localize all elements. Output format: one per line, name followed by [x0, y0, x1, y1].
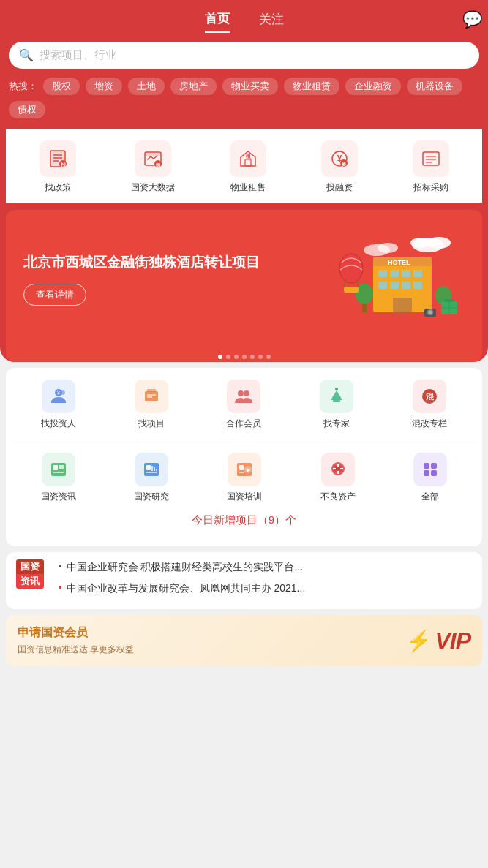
policy-icon: 找: [40, 140, 76, 177]
research-label: 国资研究: [134, 491, 169, 503]
svg-rect-29: [378, 270, 387, 277]
svg-rect-68: [53, 465, 58, 470]
hot-tag-realestate[interactable]: 房地产: [170, 78, 217, 95]
sec-item-expert[interactable]: 找专家: [320, 380, 353, 430]
banner-title: 北京市西城区金融街独栋酒店转让项目: [23, 253, 333, 273]
property-icon: 租: [230, 140, 266, 177]
svg-rect-88: [424, 470, 429, 476]
tab-home[interactable]: 首页: [205, 10, 230, 33]
hot-tag-property-sale[interactable]: 物业买卖: [222, 78, 278, 95]
tab-follow[interactable]: 关注: [259, 11, 284, 32]
svg-rect-31: [402, 270, 410, 277]
quick-item-property[interactable]: 租 物业租售: [230, 140, 266, 194]
research-icon: [135, 453, 168, 486]
svg-rect-89: [431, 470, 437, 476]
svg-point-62: [244, 390, 249, 396]
sec-item-project[interactable]: 找项目: [135, 380, 168, 430]
all-icon: [413, 453, 447, 486]
svg-point-23: [410, 238, 431, 248]
hot-tag-land[interactable]: 土地: [128, 78, 165, 95]
hot-tag-machine[interactable]: 机器设备: [407, 78, 462, 95]
banner: 北京市西城区金融街独栋酒店转让项目 查看详情: [12, 217, 476, 341]
secondary-menus: ¥ 找投资人 找项目: [6, 368, 482, 546]
quick-menu: 找 找政策 国 国资大数据: [6, 129, 482, 203]
all-label: 全部: [421, 491, 439, 503]
dot-3: [234, 355, 239, 359]
svg-text:¥: ¥: [57, 390, 60, 396]
search-bar[interactable]: 🔍 搜索项目、行业: [9, 42, 479, 69]
vip-text-label: VIP: [435, 627, 470, 654]
quick-item-guozi-data[interactable]: 国 国资大数据: [131, 140, 175, 194]
third-item-research[interactable]: 国资研究: [134, 453, 169, 503]
svg-point-39: [356, 284, 373, 304]
dot-7: [266, 355, 271, 359]
expert-label: 找专家: [323, 418, 350, 430]
hot-tag-property-rent[interactable]: 物业租赁: [284, 78, 339, 95]
svg-rect-34: [390, 282, 399, 289]
news-label: 国资资讯: [41, 491, 76, 503]
invest-label: 投融资: [326, 181, 353, 194]
third-item-all[interactable]: 全部: [413, 453, 447, 503]
svg-point-55: [61, 390, 65, 395]
quick-item-invest[interactable]: ¥ 资 投融资: [321, 140, 358, 194]
svg-rect-32: [413, 270, 422, 277]
svg-text:租: 租: [244, 154, 251, 159]
sec-item-member[interactable]: 合作会员: [226, 380, 261, 430]
quick-item-bid[interactable]: 招标采购: [413, 140, 449, 194]
third-item-news[interactable]: 国资资讯: [41, 453, 76, 503]
banner-text: 北京市西城区金融街独栋酒店转让项目 查看详情: [23, 253, 333, 306]
svg-point-61: [238, 390, 244, 396]
member-label: 合作会员: [226, 418, 261, 430]
sec-item-investor[interactable]: ¥ 找投资人: [41, 380, 76, 430]
training-icon: [228, 453, 261, 486]
investor-icon: ¥: [42, 380, 75, 413]
news-section: 国资 资讯 • 中国企业研究会 积极搭建财经类高校生的实践平台... • 中国企…: [6, 552, 482, 609]
hot-label: 热搜：: [9, 80, 37, 93]
member-icon: [227, 380, 260, 413]
hot-tag-enterprise[interactable]: 企业融资: [345, 78, 401, 95]
third-item-bad-asset[interactable]: 不良资产: [320, 453, 356, 503]
svg-text:混: 混: [426, 392, 435, 401]
header-tabs: 首页 关注 💬: [6, 10, 482, 33]
dot-2: [226, 355, 230, 359]
svg-text:资: 资: [342, 162, 347, 167]
hot-tags: 热搜： 股权 增资 土地 房地产 物业买卖 物业租赁 企业融资 机器设备 债权: [6, 78, 482, 129]
news-dot-1: •: [59, 561, 62, 572]
hot-tag-equity[interactable]: 股权: [43, 78, 80, 95]
svg-rect-35: [402, 282, 410, 289]
policy-label: 找政策: [45, 181, 71, 194]
svg-point-25: [378, 243, 398, 253]
hot-tag-zengzi[interactable]: 增资: [86, 78, 122, 95]
sec-item-hunggai[interactable]: 混 混改专栏: [412, 380, 447, 430]
banner-image: HOTEL: [333, 232, 465, 327]
svg-rect-8: [145, 152, 161, 156]
svg-rect-46: [344, 287, 359, 293]
banner-btn[interactable]: 查看详情: [23, 284, 86, 306]
training-label: 国资培训: [227, 491, 262, 503]
project-icon: [135, 380, 168, 413]
investor-label: 找投资人: [41, 418, 76, 430]
svg-text:HOTEL: HOTEL: [388, 259, 410, 266]
vip-text-area: 申请国资会员 国资信息精准送达 享更多权益: [18, 625, 134, 656]
invest-icon: ¥ 资: [321, 140, 358, 177]
svg-rect-36: [413, 282, 422, 289]
svg-point-81: [336, 467, 340, 471]
message-icon[interactable]: 💬: [462, 10, 482, 29]
news-badge: 国资 资讯: [16, 559, 44, 589]
third-item-training[interactable]: 国资培训: [227, 453, 262, 503]
dot-4: [242, 355, 247, 359]
svg-rect-86: [424, 463, 429, 469]
svg-rect-17: [423, 152, 439, 165]
search-icon: 🔍: [19, 48, 34, 62]
bad-asset-icon: [321, 453, 355, 486]
svg-rect-87: [431, 463, 437, 469]
vip-badge: ⚡ VIP: [406, 627, 470, 654]
guozi-data-label: 国资大数据: [131, 181, 175, 194]
quick-item-policy[interactable]: 找 找政策: [40, 140, 76, 194]
news-item-2[interactable]: • 中国企业改革与发展研究会、凤凰网共同主办 2021...: [59, 581, 472, 596]
svg-rect-11: [245, 159, 251, 166]
vip-banner[interactable]: 申请国资会员 国资信息精准送达 享更多权益 ⚡ VIP: [6, 615, 482, 666]
hot-tag-debt[interactable]: 债权: [9, 101, 45, 118]
news-item-1[interactable]: • 中国企业研究会 积极搭建财经类高校生的实践平台...: [59, 559, 472, 581]
bid-icon: [413, 140, 449, 177]
